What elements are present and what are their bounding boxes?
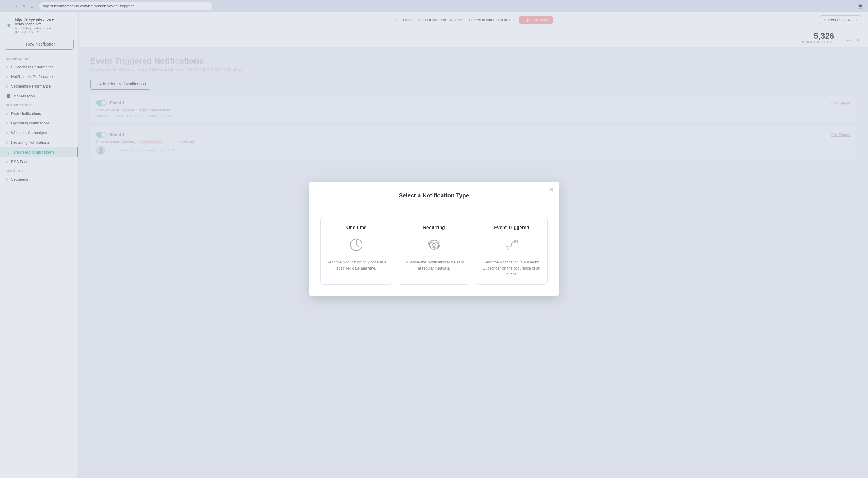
one-time-card[interactable]: One-time Send the Notification only once… bbox=[320, 216, 392, 285]
modal-close-button[interactable]: × bbox=[550, 186, 553, 193]
svg-point-5 bbox=[433, 243, 435, 246]
event-triggered-icon bbox=[503, 236, 521, 253]
svg-line-2 bbox=[356, 245, 360, 247]
modal-divider bbox=[320, 208, 548, 208]
one-time-description: Send the Notification only once at a spe… bbox=[327, 259, 386, 272]
svg-point-4 bbox=[429, 242, 439, 247]
modal-title: Select a Notification Type bbox=[320, 192, 548, 199]
event-triggered-label: Event Triggered bbox=[494, 225, 529, 230]
svg-point-3 bbox=[429, 240, 439, 249]
notification-types-grid: One-time Send the Notification only once… bbox=[320, 216, 548, 285]
event-triggered-card[interactable]: Event Triggered Send the Notification to… bbox=[476, 216, 548, 285]
select-notification-type-modal: × Select a Notification Type One-time Se… bbox=[309, 182, 559, 296]
svg-point-6 bbox=[506, 246, 509, 249]
event-triggered-description: Send the Notification to a specific Subs… bbox=[482, 259, 541, 277]
clock-icon bbox=[347, 236, 365, 253]
recurring-description: Schedule the Notification to be sent at … bbox=[404, 259, 464, 272]
recurring-label: Recurring bbox=[423, 225, 445, 230]
recurring-card[interactable]: Recurring Schedule the Notification bbox=[398, 216, 470, 285]
recurring-icon bbox=[425, 236, 443, 253]
modal-overlay[interactable]: × Select a Notification Type One-time Se… bbox=[0, 0, 868, 478]
one-time-label: One-time bbox=[346, 225, 367, 230]
